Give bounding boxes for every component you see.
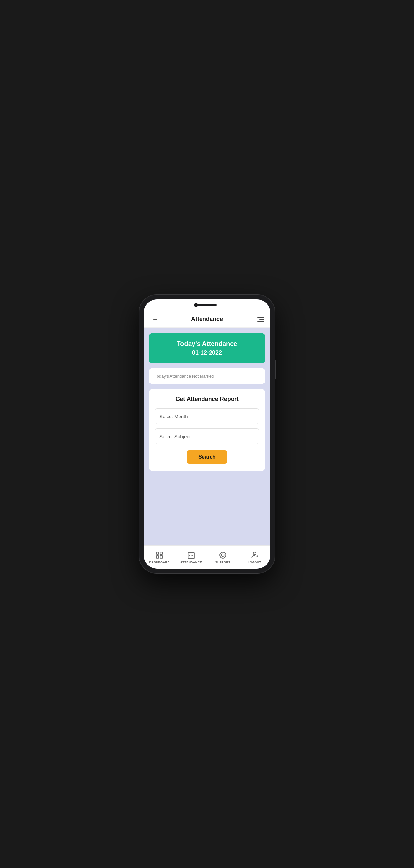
nav-item-support[interactable]: SUPPORT — [207, 551, 239, 564]
banner-title: Today's Attendance — [154, 340, 260, 347]
status-bar — [144, 299, 270, 311]
attendance-label: ATTENDANCE — [180, 561, 202, 564]
back-arrow-icon: ← — [152, 315, 159, 323]
nav-item-dashboard[interactable]: DASHBOARD — [144, 551, 175, 564]
attendance-banner: Today's Attendance 01-12-2022 — [149, 333, 265, 363]
not-marked-text: Today's Attendance Not Marked — [154, 374, 214, 379]
svg-rect-0 — [156, 552, 159, 555]
page-title: Attendance — [191, 316, 223, 322]
side-button — [275, 360, 276, 379]
menu-icon-line2 — [260, 319, 264, 320]
not-marked-card: Today's Attendance Not Marked — [149, 368, 265, 384]
select-subject[interactable]: Select Subject Mathematics Science Engli… — [154, 429, 260, 444]
menu-icon-line3 — [257, 321, 264, 321]
attendance-icon — [187, 551, 195, 559]
menu-icon — [257, 317, 264, 318]
svg-rect-2 — [156, 556, 159, 558]
svg-rect-1 — [160, 552, 163, 555]
support-icon — [219, 551, 227, 559]
speaker — [197, 304, 217, 306]
dashboard-label: DASHBOARD — [149, 561, 170, 564]
logout-icon — [250, 551, 259, 559]
dashboard-icon — [155, 551, 164, 559]
svg-point-12 — [221, 554, 225, 556]
top-nav: ← Attendance — [144, 311, 270, 328]
bottom-nav: DASHBOARD ATTENDANCE — [144, 546, 270, 569]
logout-label: LOGOUT — [248, 561, 261, 564]
nav-item-logout[interactable]: LOGOUT — [239, 551, 270, 564]
menu-button[interactable] — [253, 314, 264, 324]
report-title: Get Attendance Report — [154, 396, 260, 403]
svg-rect-3 — [160, 556, 163, 558]
phone-frame: ← Attendance Today's Attendance 01-12-20… — [139, 295, 275, 573]
search-button[interactable]: Search — [186, 450, 227, 464]
nav-item-attendance[interactable]: ATTENDANCE — [175, 551, 207, 564]
main-content: Today's Attendance 01-12-2022 Today's At… — [144, 328, 270, 546]
back-button[interactable]: ← — [150, 314, 161, 324]
phone-screen: ← Attendance Today's Attendance 01-12-20… — [144, 299, 270, 569]
banner-date: 01-12-2022 — [154, 349, 260, 356]
svg-point-17 — [253, 552, 256, 555]
select-month[interactable]: Select Month January February March Apri… — [154, 408, 260, 424]
report-card: Get Attendance Report Select Month Janua… — [149, 389, 265, 471]
support-label: SUPPORT — [215, 561, 230, 564]
